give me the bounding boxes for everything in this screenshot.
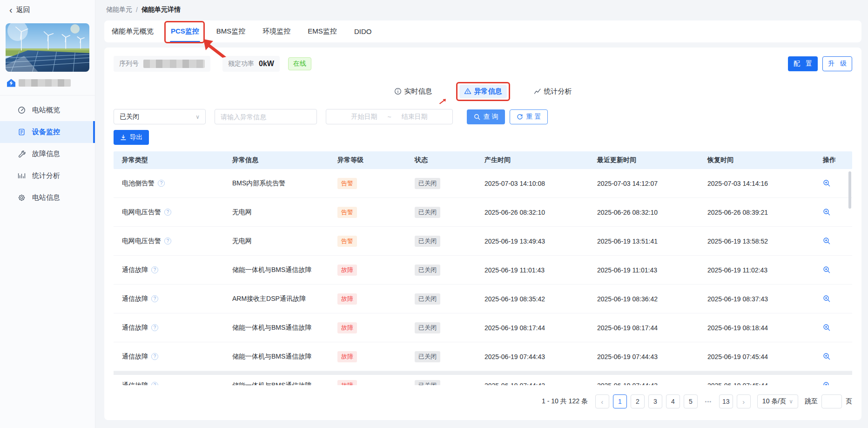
subtab-abnormal-info[interactable]: 异常信息: [459, 85, 507, 98]
page-number-button[interactable]: •••: [701, 394, 715, 408]
page-number-button[interactable]: 4: [666, 394, 680, 408]
keyword-input[interactable]: [215, 113, 316, 121]
page-number-button[interactable]: 13: [719, 394, 733, 408]
tab-label: BMS监控: [216, 27, 246, 36]
subtab-label: 实时信息: [404, 87, 432, 96]
cell-updated: 2025-07-03 14:12:07: [589, 180, 699, 187]
horizontal-scrollbar[interactable]: [114, 371, 852, 375]
next-page-button[interactable]: ›: [737, 394, 751, 408]
subtab-row: 实时信息 异常信息 统计分析: [114, 84, 852, 99]
help-question-icon[interactable]: [151, 295, 158, 302]
cell-created: 2025-06-19 08:35:42: [476, 295, 589, 303]
cell-message: 无电网: [224, 237, 329, 245]
export-button[interactable]: 导出: [114, 130, 149, 145]
help-question-icon[interactable]: [151, 266, 158, 273]
station-photo: [6, 23, 89, 72]
cell-operation: [814, 208, 852, 216]
sidebar-item-fault-info[interactable]: 故障信息: [0, 143, 95, 165]
help-question-icon[interactable]: [151, 382, 158, 385]
cell-status: 已关闭: [406, 380, 476, 386]
table-body: 电池侧告警 BMS内部系统告警 告警 已关闭 2025-07-03 14:10:…: [114, 169, 852, 385]
abnormal-table: 异常类型 异常信息 异常等级 状态 产生时间 最近更新时间 恢复时间 操作 电池…: [114, 151, 852, 385]
zoom-detail-icon[interactable]: [823, 179, 831, 187]
cell-operation: [814, 266, 852, 274]
cell-status: 已关闭: [406, 351, 476, 362]
prev-page-button[interactable]: ‹: [595, 394, 609, 408]
cell-message: 储能一体机与BMS通信故障: [224, 381, 329, 386]
level-badge: 故障: [337, 265, 357, 276]
vertical-scrollbar-thumb[interactable]: [848, 171, 851, 209]
cell-recovered: 2025-06-26 08:39:21: [699, 209, 814, 216]
configure-button[interactable]: 配 置: [788, 56, 818, 71]
zoom-detail-icon[interactable]: [823, 208, 831, 216]
zoom-detail-icon[interactable]: [823, 324, 831, 332]
date-range-picker[interactable]: 开始日期 ~ 结束日期: [326, 109, 453, 124]
zoom-detail-icon[interactable]: [823, 295, 831, 303]
abnormal-type-text: 电网电压告警: [122, 208, 161, 217]
bar-chart-icon: [18, 172, 26, 180]
sidebar-item-station-info[interactable]: 电站信息: [0, 187, 95, 209]
subtab-stats-analysis[interactable]: 统计分析: [529, 85, 577, 98]
jump-page-input[interactable]: [821, 394, 842, 408]
search-button[interactable]: 查 询: [467, 109, 505, 124]
cell-level: 故障: [329, 322, 406, 333]
jump-suffix-label: 页: [846, 397, 852, 406]
cell-level: 告警: [329, 178, 406, 189]
zoom-detail-icon[interactable]: [823, 381, 831, 385]
status-badge: 已关闭: [415, 293, 440, 305]
level-badge: 故障: [337, 322, 357, 333]
status-badge: 已关闭: [415, 351, 440, 362]
page-size-select[interactable]: 10 条/页: [757, 394, 798, 408]
help-question-icon[interactable]: [164, 209, 171, 216]
page-number-button[interactable]: 2: [631, 394, 645, 408]
cell-recovered: 2025-06-19 11:02:43: [699, 266, 814, 274]
level-badge: 故障: [337, 380, 357, 386]
page-number-button[interactable]: 5: [684, 394, 698, 408]
subtab-realtime-info[interactable]: 实时信息: [390, 85, 437, 98]
reset-button[interactable]: 重 置: [510, 109, 548, 124]
abnormal-type-text: 电池侧告警: [122, 179, 155, 188]
cell-status: 已关闭: [406, 236, 476, 247]
page-number-button[interactable]: 1: [613, 394, 627, 408]
sidebar-item-label: 统计分析: [32, 171, 60, 180]
tab-storage-unit-overview[interactable]: 储能单元概览: [111, 20, 155, 42]
annotation-arrow-abnormal-subtab: [439, 98, 446, 105]
help-question-icon[interactable]: [151, 324, 158, 331]
help-question-icon[interactable]: [158, 180, 165, 187]
cell-level: 故障: [329, 351, 406, 362]
tab-dido[interactable]: DIDO: [353, 20, 373, 42]
chevron-down-icon: [195, 114, 200, 120]
abnormal-type-text: 通信故障: [122, 353, 148, 361]
breadcrumb-parent[interactable]: 储能单元: [106, 6, 132, 14]
pagination: 1 - 10 共 122 条 ‹ 1 2 3 4 5 •••: [114, 394, 852, 408]
level-badge: 告警: [337, 236, 357, 247]
cell-message: 储能一体机与BMS通信故障: [224, 353, 329, 361]
col-header-level: 异常等级: [329, 156, 406, 164]
upgrade-button[interactable]: 升 级: [822, 56, 852, 71]
sidebar-item-device-monitor[interactable]: 设备监控: [0, 121, 95, 143]
reset-button-label: 重 置: [526, 113, 541, 121]
zoom-detail-icon[interactable]: [823, 353, 831, 360]
serial-value-masked: [143, 60, 205, 68]
cell-type: 通信故障: [114, 295, 224, 303]
tab-pcs-monitor[interactable]: PCS监控: [170, 20, 200, 42]
help-question-icon[interactable]: [164, 238, 171, 245]
sidebar-item-station-overview[interactable]: 电站概览: [0, 99, 95, 121]
zoom-detail-icon[interactable]: [823, 266, 831, 274]
sidebar-item-stats-analysis[interactable]: 统计分析: [0, 165, 95, 187]
tab-env-monitor[interactable]: 环境监控: [262, 20, 291, 42]
cell-updated: 2025-06-26 08:32:10: [589, 209, 699, 216]
page-number-button[interactable]: 3: [648, 394, 662, 408]
cell-created: 2025-06-26 08:32:10: [476, 209, 589, 216]
cell-updated: 2025-06-19 13:51:41: [589, 238, 699, 245]
cell-type: 电网电压告警: [114, 208, 224, 217]
tab-ems-monitor[interactable]: EMS监控: [307, 20, 338, 42]
cell-created: 2025-07-03 14:10:08: [476, 180, 589, 187]
cell-level: 告警: [329, 207, 406, 218]
table-row: 电网电压告警 无电网 告警 已关闭 2025-06-26 08:32:10: [114, 198, 852, 227]
back-button[interactable]: 返回: [0, 0, 95, 20]
col-header-type: 异常类型: [114, 156, 224, 164]
zoom-detail-icon[interactable]: [823, 237, 831, 245]
help-question-icon[interactable]: [151, 353, 158, 360]
status-select[interactable]: 已关闭: [114, 109, 206, 124]
